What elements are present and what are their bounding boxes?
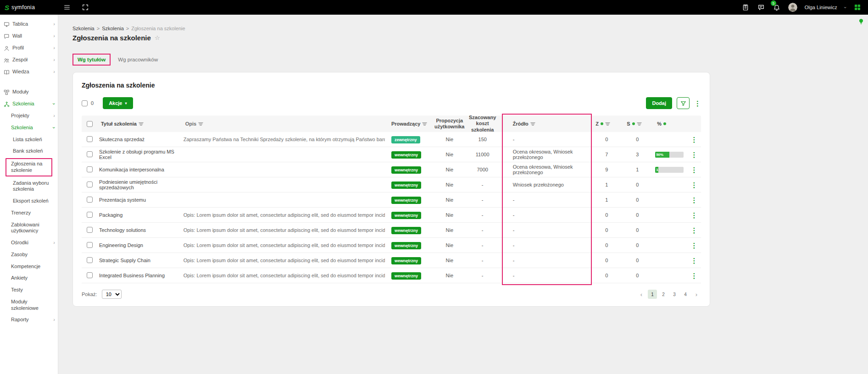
add-button[interactable]: Dodaj <box>646 97 672 109</box>
col-header-proposal[interactable]: Propozycja użytkownika <box>435 118 464 130</box>
col-header-s[interactable]: S <box>622 121 652 126</box>
sidebar-item-wiedza[interactable]: Wiedza › <box>0 66 58 78</box>
sidebar-item-zadania-wyboru-szkolenia[interactable]: Zadania wyboru szkolenia <box>0 177 58 196</box>
col-header-title[interactable]: Tytuł szkolenia <box>99 121 184 126</box>
sort-icon[interactable] <box>139 122 144 126</box>
sidebar-item-projekty[interactable]: Projekty › <box>0 110 58 122</box>
sidebar-item-raporty[interactable]: Raporty › <box>0 314 58 326</box>
row-menu-icon[interactable]: ⋮ <box>691 272 698 280</box>
sidebar-item-profil[interactable]: Profil › <box>0 42 58 54</box>
sidebar-item-eksport-szkole[interactable]: Eksport szkoleń <box>0 195 58 207</box>
header-checkbox[interactable] <box>87 121 93 127</box>
row-menu-icon[interactable]: ⋮ <box>691 136 698 143</box>
row-checkbox[interactable] <box>87 227 93 233</box>
col-header-desc[interactable]: Opis <box>184 121 385 126</box>
sort-icon[interactable] <box>198 122 203 126</box>
favorite-star-icon[interactable]: ☆ <box>155 34 160 41</box>
row-menu-icon[interactable]: ⋮ <box>691 211 698 219</box>
sidebar-item-kompetencje[interactable]: Kompetencje <box>0 261 58 273</box>
sidebar-item-szkolenia[interactable]: Szkolenia › <box>0 122 58 134</box>
sidebar-item-label: Eksport szkoleń <box>13 198 55 204</box>
row-title[interactable]: Komunikacja interpersonalna <box>99 167 184 172</box>
row-checkbox[interactable] <box>87 136 93 142</box>
sidebar-item-zablokowani-u-ytkownicy[interactable]: Zablokowani użytkownicy <box>0 219 58 237</box>
sidebar-item-ankiety[interactable]: Ankiety <box>0 272 58 284</box>
sidebar-item-o-rodki[interactable]: Ośrodki › <box>0 237 58 249</box>
sidebar-item-lista-szkole[interactable]: Lista szkoleń <box>0 134 58 146</box>
fullscreen-icon[interactable] <box>81 3 89 11</box>
user-avatar[interactable] <box>788 3 797 12</box>
sidebar-item-modu-y[interactable]: Moduły <box>0 86 58 98</box>
row-checkbox[interactable] <box>87 257 93 263</box>
row-title[interactable]: Strategic Supply Chain <box>99 258 184 263</box>
row-title[interactable]: Integrated Business Planning <box>99 273 184 278</box>
page-button-4[interactable]: 4 <box>681 290 690 299</box>
sort-icon[interactable] <box>422 122 427 126</box>
row-title[interactable]: Technology solutions <box>99 227 184 233</box>
tab-wg-pracownikow[interactable]: Wg pracowników <box>117 55 159 65</box>
row-title[interactable]: Skuteczna sprzedaż <box>99 137 184 142</box>
lightbulb-icon[interactable] <box>858 18 864 27</box>
actions-button[interactable]: Akcje▾ <box>103 97 133 109</box>
row-title[interactable]: Prezentacja systemu <box>99 197 184 203</box>
page-button-2[interactable]: 2 <box>659 290 668 299</box>
clipboard-icon[interactable] <box>741 3 750 11</box>
row-menu-icon[interactable]: ⋮ <box>691 257 698 264</box>
row-menu-icon[interactable]: ⋮ <box>691 242 698 249</box>
sidebar-item-bank-szkole[interactable]: Bank szkoleń <box>0 145 58 157</box>
sort-icon[interactable] <box>530 122 535 126</box>
prev-page-button[interactable]: ‹ <box>637 290 646 299</box>
sidebar-item-wall[interactable]: Wall › <box>0 30 58 42</box>
breadcrumb-item[interactable]: Szkolenia <box>72 26 95 31</box>
sort-icon[interactable] <box>637 122 642 126</box>
bell-icon[interactable]: 5 <box>773 3 781 11</box>
sidebar-item-tablica[interactable]: Tablica › <box>0 18 58 30</box>
row-source: - <box>501 212 591 218</box>
user-menu-chevron-icon[interactable]: › <box>843 6 848 8</box>
row-checkbox[interactable] <box>87 197 93 203</box>
page-size-select[interactable]: 10 <box>102 290 122 299</box>
row-menu-icon[interactable]: ⋮ <box>691 181 698 189</box>
user-name[interactable]: Olga Liniewicz <box>805 5 837 10</box>
filter-button[interactable] <box>677 97 690 109</box>
chat-icon[interactable] <box>757 3 765 11</box>
breadcrumb-item[interactable]: Szkolenia <box>102 26 124 31</box>
row-checkbox[interactable] <box>87 242 93 248</box>
row-title[interactable]: Podniesienie umiejętności sprzedażowych <box>99 179 184 190</box>
symfonia-logo-mark: S <box>5 4 9 11</box>
sidebar-item-testy[interactable]: Testy <box>0 284 58 296</box>
next-page-button[interactable]: › <box>692 290 701 299</box>
sidebar-item-trenerzy[interactable]: Trenerzy <box>0 207 58 219</box>
row-checkbox[interactable] <box>87 272 93 278</box>
sidebar-item-zg-oszenia-na-szkolenie[interactable]: Zgłoszenia na szkolenie <box>6 158 52 176</box>
col-header-source[interactable]: Źródło <box>501 121 591 126</box>
apps-grid-icon[interactable] <box>853 3 862 11</box>
row-title[interactable]: Szkolenie z obsługi programu MS Excel <box>99 149 184 160</box>
row-title[interactable]: Packaging <box>99 212 184 218</box>
page-button-3[interactable]: 3 <box>670 290 679 299</box>
symfonia-logo[interactable]: S symfonia <box>0 4 58 11</box>
row-checkbox[interactable] <box>87 151 93 157</box>
col-header-z[interactable]: Z <box>591 121 622 126</box>
row-title[interactable]: Engineering Design <box>99 242 184 248</box>
tab-wg-tytulow[interactable]: Wg tytułów <box>72 54 111 66</box>
row-checkbox[interactable] <box>87 182 93 187</box>
col-header-cost[interactable]: Szacowany koszt szkolenia <box>464 115 501 133</box>
toolbar-menu-icon[interactable]: ⋮ <box>694 100 701 107</box>
sidebar-item-modu-y-szkoleniowe[interactable]: Moduły szkoleniowe <box>0 296 58 314</box>
row-menu-icon[interactable]: ⋮ <box>691 196 698 204</box>
col-header-leader[interactable]: Prowadzący <box>385 121 435 126</box>
sidebar-item-zasoby[interactable]: Zasoby <box>0 249 58 261</box>
row-menu-icon[interactable]: ⋮ <box>691 226 698 234</box>
select-all-checkbox[interactable] <box>82 100 88 106</box>
row-checkbox[interactable] <box>87 212 93 218</box>
row-menu-icon[interactable]: ⋮ <box>691 151 698 159</box>
page-button-1[interactable]: 1 <box>648 290 657 299</box>
col-header-percent[interactable]: % <box>652 121 687 126</box>
row-checkbox[interactable] <box>87 166 93 172</box>
row-menu-icon[interactable]: ⋮ <box>691 166 698 174</box>
sidebar-item-zesp[interactable]: Zespół › <box>0 54 58 66</box>
sidebar-item-szkolenia[interactable]: Szkolenia › <box>0 98 58 110</box>
sort-icon[interactable] <box>605 122 610 126</box>
hamburger-menu-icon[interactable] <box>63 3 71 11</box>
